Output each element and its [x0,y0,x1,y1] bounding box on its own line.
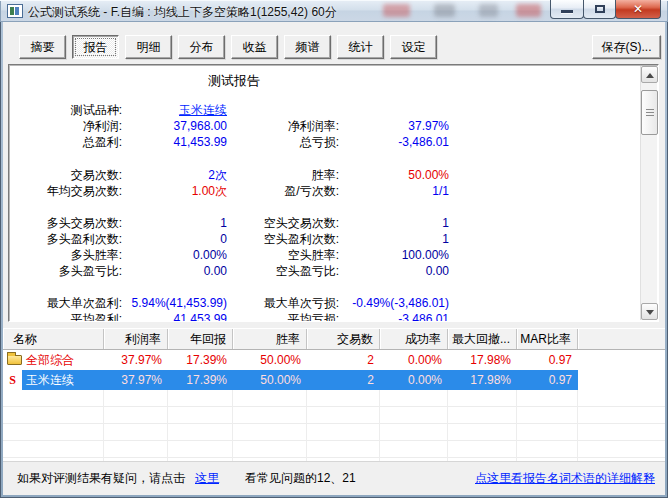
titlebar-glass-artifact [434,4,455,17]
strategy-marker-icon: S [3,370,22,390]
field-value: 50.00% [339,167,449,183]
column-header-success-rate[interactable]: 成功率 [380,329,448,349]
cell-annual-return: 17.39% [168,370,233,390]
here-link[interactable]: 这里 [195,470,219,487]
cell-filler [578,370,665,390]
field-value: -3,486.01 [339,134,449,150]
report-row: 交易次数: 2次 胜率: 50.00% [9,167,658,183]
report-row: 最大单次盈利: 5.94%(41,453.99) 最大单次亏损: -0.49%(… [9,295,658,311]
report-scrollbar[interactable] [640,66,657,320]
column-header-profit-rate[interactable]: 利润率 [104,329,168,349]
window-title: 公式测试系统 - F.自编 : 均线上下多空策略1(1255,42) 60分 [28,4,337,21]
instrument-link[interactable]: 玉米连续 [122,102,227,118]
glossary-link[interactable]: 点这里看报告名词术语的详细解释 [475,470,655,487]
field-value: 0 [122,231,227,247]
column-header-win-rate[interactable]: 胜率 [233,329,307,349]
field-label: 多头胜率: [9,247,122,263]
field-value: 1 [339,215,449,231]
cell-success-rate: 0.00% [380,350,448,370]
cell-profit-rate: 37.97% [104,350,168,370]
field-label: 空头交易次数: [227,215,339,231]
field-value: 0.00 [122,263,227,279]
footer-question-text: 如果对评测结果有疑问，请点击 [17,470,185,487]
field-value: 41,453.99 [122,311,227,322]
cell-win-rate: 50.00% [233,350,307,370]
report-row: 多头胜率: 0.00% 空头胜率: 100.00% [9,247,658,263]
tab-statistics[interactable]: 统计 [337,35,384,59]
table-row-corn-continuous-selected[interactable]: S 玉米连续 37.97% 17.39% 50.00% 2 0.00% 17.9… [3,370,665,390]
formula-test-window: 公式测试系统 - F.自编 : 均线上下多空策略1(1255,42) 60分 ✕… [0,0,668,498]
footer-faq-text: 看常见问题的12、21 [245,470,356,487]
field-label: 多头交易次数: [9,215,122,231]
tab-returns[interactable]: 收益 [231,35,278,59]
tab-spectrum[interactable]: 频谱 [284,35,331,59]
report-row-clipped: 平均盈利: 41,453.99 平均亏损: -3,486.01 [9,311,658,322]
scroll-down-button[interactable] [641,303,658,320]
cell-max-drawdown: 17.98% [448,350,517,370]
titlebar-glass-artifact [516,4,541,17]
field-value: -3,486.01 [339,311,449,322]
cell-trades: 2 [307,370,380,390]
column-header-max-drawdown[interactable]: 最大回撤... [448,329,517,349]
field-value: 5.94%(41,453.99) [122,295,227,311]
cell-mar-ratio: 0.97 [517,370,578,390]
tab-summary[interactable]: 摘要 [19,35,66,59]
column-header-mar-ratio[interactable]: MAR比率 [517,329,578,349]
field-label: 净利润率: [227,118,339,134]
column-header-filler [578,329,665,349]
field-label: 最大单次盈利: [9,295,122,311]
maximize-icon [595,5,605,13]
cell-trades: 2 [307,350,380,370]
results-table: 名称 利润率 年回报 胜率 交易数 成功率 最大回撤... MAR比率 全部综合… [3,328,665,461]
tab-detail[interactable]: 明细 [125,35,172,59]
field-label: 空头盈亏比: [227,263,339,279]
field-value: 1 [339,231,449,247]
folder-icon [7,355,22,365]
field-value: 0.00% [122,247,227,263]
field-value: 100.00% [339,247,449,263]
cell-profit-rate: 37.97% [104,370,168,390]
field-label: 平均亏损: [227,311,339,322]
report-row: 测试品种: 玉米连续 [9,102,658,118]
scroll-up-button[interactable] [641,66,658,83]
table-header-row: 名称 利润率 年回报 胜率 交易数 成功率 最大回撤... MAR比率 [3,328,665,350]
report-row: 年均交易次数: 1.00次 盈/亏次数: 1/1 [9,183,658,199]
report-panel: 测试报告 测试品种: 玉米连续 净利润: 37,968.00 净利润率: 37.… [8,64,659,322]
titlebar-glass-artifact [383,4,410,17]
field-value: 37,968.00 [122,118,227,134]
field-value: 2次 [122,167,227,183]
app-icon [7,4,23,18]
tab-report[interactable]: 报告 [72,35,119,59]
cell-filler [578,350,665,370]
cell-success-rate: 0.00% [380,370,448,390]
cell-max-drawdown: 17.98% [448,370,517,390]
field-label: 胜率: [227,167,339,183]
minimize-button[interactable] [550,0,584,19]
tab-distribution[interactable]: 分布 [178,35,225,59]
field-label: 空头胜率: [227,247,339,263]
row-name: 玉米连续 [22,370,104,390]
column-header-trades[interactable]: 交易数 [307,329,380,349]
column-header-annual-return[interactable]: 年回报 [168,329,233,349]
arrow-up-icon [646,73,654,78]
scrollbar-thumb[interactable] [641,90,658,135]
arrow-down-icon [646,310,654,315]
titlebar-glass-artifact [479,4,498,17]
save-button[interactable]: 保存(S)... [592,35,661,59]
table-row-all-composite[interactable]: 全部综合 37.97% 17.39% 50.00% 2 0.00% 17.98%… [3,350,665,370]
close-button[interactable]: ✕ [615,0,661,19]
close-icon: ✕ [616,0,660,18]
row-name: 全部综合 [26,350,74,370]
field-label: 多头盈亏比: [9,263,122,279]
maximize-button[interactable] [583,0,616,19]
field-value: -0.49%(-3,486.01) [339,295,449,311]
minimize-icon [561,10,573,13]
field-label: 最大单次亏损: [227,295,339,311]
report-row: 多头交易次数: 1 空头交易次数: 1 [9,215,658,231]
column-header-name[interactable]: 名称 [3,329,104,349]
report-title: 测试报告 [159,72,309,90]
tab-settings[interactable]: 设定 [390,35,437,59]
field-value: 0.00 [339,263,449,279]
thumb-grip-icon [646,109,654,117]
titlebar[interactable]: 公式测试系统 - F.自编 : 均线上下多空策略1(1255,42) 60分 ✕ [0,0,668,22]
